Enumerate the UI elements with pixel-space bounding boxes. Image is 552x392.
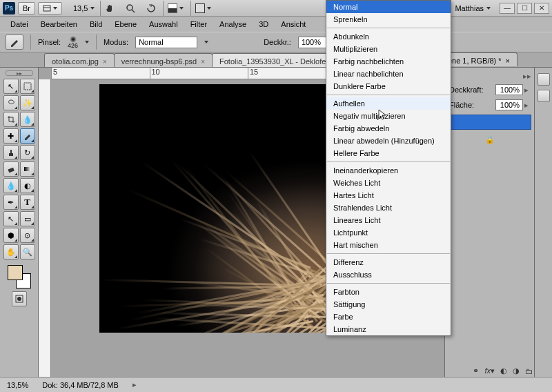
workspace-label[interactable]: Matthias — [455, 4, 484, 12]
eraser-tool[interactable] — [3, 161, 19, 177]
quickmask-button[interactable] — [12, 291, 27, 306]
chevron-down-icon[interactable] — [85, 41, 89, 43]
fx-icon[interactable]: fx▾ — [484, 366, 495, 375]
panel-icon[interactable] — [538, 90, 550, 102]
blur-tool[interactable]: 💧 — [3, 178, 19, 193]
mask-icon[interactable]: ◐ — [500, 366, 507, 375]
blend-mode-option[interactable]: Lineares Licht — [326, 214, 451, 226]
layer-row-active[interactable] — [448, 115, 531, 130]
hand-tool-button[interactable] — [101, 2, 119, 14]
dodge-tool[interactable]: ◐ — [20, 178, 35, 193]
zoom-value[interactable]: 13,5 — [73, 4, 88, 12]
blend-mode-option[interactable]: Aufhellen — [326, 97, 451, 110]
mode-select[interactable]: Normal — [135, 37, 197, 48]
blend-mode-option[interactable]: Sprenkeln — [326, 13, 451, 26]
blend-mode-option[interactable]: Normal — [326, 1, 451, 13]
tab-1[interactable]: verrechnung-bsp6.psd× — [114, 53, 213, 67]
hand-tool[interactable]: ✋ — [3, 244, 19, 259]
eyedropper-tool[interactable]: 💧 — [20, 112, 35, 127]
shape-tool[interactable]: ▭ — [20, 211, 35, 226]
tab-2[interactable]: Fotolia_13953930_XL - Deklofer× — [212, 53, 344, 67]
flaeche-value[interactable]: 100% — [495, 99, 523, 110]
blend-mode-option[interactable]: Dunklere Farbe — [326, 80, 451, 92]
3d-camera-tool[interactable]: ⊙ — [20, 228, 35, 243]
maximize-button[interactable]: ☐ — [517, 3, 532, 14]
pen-tool[interactable]: ✒ — [3, 195, 19, 210]
blend-mode-option[interactable]: Hartes Licht — [326, 189, 451, 202]
tab-0[interactable]: otolia.com.jpg× — [44, 53, 115, 67]
tab-3[interactable]: ene 1, RGB/8) *× — [440, 52, 518, 66]
adjustment-icon[interactable]: ◑ — [513, 366, 520, 375]
move-tool[interactable]: ↖ — [3, 79, 19, 94]
opacity-input[interactable]: 100% — [298, 37, 327, 48]
menu-ansicht[interactable]: Ansicht — [276, 19, 310, 30]
blend-mode-option[interactable]: Lichtpunkt — [326, 226, 451, 239]
brush-tool[interactable] — [20, 128, 35, 144]
close-icon[interactable]: × — [201, 58, 205, 66]
menu-datei[interactable]: Datei — [6, 19, 33, 30]
color-swatches[interactable] — [8, 265, 31, 288]
deckkraft-value[interactable]: 100% — [495, 84, 523, 95]
blend-mode-option[interactable]: Differenz — [326, 256, 451, 268]
menu-3d[interactable]: 3D — [254, 19, 273, 30]
menu-filter[interactable]: Filter — [186, 19, 212, 30]
panel-collapse-icon[interactable]: ▸▸ — [523, 72, 531, 80]
blend-mode-dropdown[interactable]: NormalSprenkelnAbdunkelnMultiplizierenFa… — [326, 0, 451, 336]
blend-mode-option[interactable]: Farbe — [326, 311, 451, 323]
path-select-tool[interactable]: ↖ — [3, 211, 19, 226]
menu-auswahl[interactable]: Auswahl — [144, 19, 183, 30]
gradient-tool[interactable] — [20, 161, 35, 177]
blend-mode-option[interactable]: Farbig abwedeln — [326, 122, 451, 135]
heal-tool[interactable]: ✚ — [3, 128, 19, 144]
close-button[interactable]: ✕ — [534, 3, 549, 14]
history-button[interactable] — [38, 2, 62, 14]
stamp-tool[interactable] — [3, 145, 19, 160]
close-icon[interactable]: × — [506, 57, 510, 65]
zoom-tool[interactable]: 🔍 — [20, 244, 35, 259]
menu-bild[interactable]: Bild — [85, 19, 107, 30]
wand-tool[interactable]: ✨ — [20, 95, 35, 110]
3d-tool[interactable]: ⬢ — [3, 228, 19, 243]
blend-mode-option[interactable]: Hellere Farbe — [326, 147, 451, 159]
blend-mode-option[interactable]: Farbig nachbelichten — [326, 55, 451, 68]
type-tool[interactable]: T — [20, 195, 35, 210]
chevron-down-icon[interactable] — [486, 7, 491, 10]
history-brush-tool[interactable]: ↻ — [20, 145, 35, 160]
menu-ebene[interactable]: Ebene — [110, 19, 141, 30]
folder-icon[interactable]: 🗀 — [525, 367, 533, 375]
minimize-button[interactable]: — — [500, 3, 515, 14]
blend-mode-option[interactable]: Negativ multiplizieren — [326, 110, 451, 122]
link-icon[interactable]: ⚭ — [473, 366, 479, 375]
menu-analyse[interactable]: Analyse — [215, 19, 251, 30]
blend-mode-option[interactable]: Strahlendes Licht — [326, 202, 451, 214]
blend-mode-option[interactable]: Sättigung — [326, 298, 451, 311]
arrange-button[interactable] — [164, 2, 188, 14]
blend-mode-option[interactable]: Weiches Licht — [326, 177, 451, 189]
current-tool-icon[interactable] — [6, 35, 23, 50]
zoom-tool-button[interactable] — [121, 2, 139, 14]
lock-icon[interactable]: 🔒 — [485, 135, 495, 144]
marquee-tool[interactable] — [20, 79, 35, 94]
blend-mode-option[interactable]: Luminanz — [326, 323, 451, 335]
blend-mode-option[interactable]: Farbton — [326, 286, 451, 298]
menu-bearbeiten[interactable]: Bearbeiten — [36, 19, 82, 30]
screenmode-button[interactable] — [191, 2, 215, 14]
status-zoom[interactable]: 13,5% — [7, 381, 28, 389]
brush-preset[interactable]: 426 — [68, 36, 78, 49]
panel-icon[interactable] — [538, 73, 550, 86]
crop-tool[interactable] — [3, 112, 19, 127]
fg-color-swatch[interactable] — [8, 265, 23, 280]
blend-mode-option[interactable]: Ausschluss — [326, 268, 451, 281]
blend-mode-option[interactable]: Linear abwedeln (Hinzufügen) — [326, 135, 451, 147]
rotate-view-button[interactable] — [142, 2, 160, 14]
close-icon[interactable]: × — [103, 58, 107, 66]
chevron-down-icon[interactable] — [204, 41, 208, 43]
chevron-down-icon[interactable] — [90, 7, 95, 10]
blend-mode-option[interactable]: Linear nachbelichten — [326, 68, 451, 80]
blend-mode-option[interactable]: Abdunkeln — [326, 30, 451, 43]
blend-mode-option[interactable]: Multiplizieren — [326, 43, 451, 55]
blend-mode-option[interactable]: Ineinanderkopieren — [326, 164, 451, 177]
bridge-button[interactable]: Br — [18, 2, 35, 14]
blend-mode-option[interactable]: Hart mischen — [326, 239, 451, 251]
lasso-tool[interactable] — [3, 95, 19, 110]
